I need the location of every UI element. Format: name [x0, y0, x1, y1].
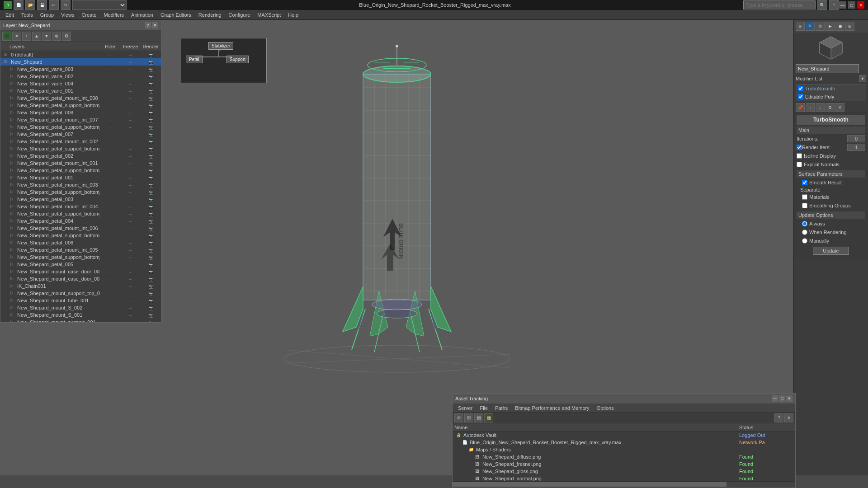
- save-file-btn[interactable]: 💾: [37, 0, 47, 10]
- schematic-node-stabilizer[interactable]: Stabilizer: [208, 42, 233, 50]
- menu-rendering[interactable]: Rendering: [195, 10, 225, 20]
- layer-item-freeze[interactable]: ···: [120, 189, 141, 195]
- layer-item-hide[interactable]: ···: [100, 52, 120, 57]
- asset-tracking-title[interactable]: Asset Tracking — □ ✕: [453, 394, 795, 404]
- explicit-normals-checkbox[interactable]: [797, 162, 802, 167]
- layer-item-render[interactable]: 📷: [141, 66, 161, 72]
- at-btn-3[interactable]: ▤: [474, 413, 483, 422]
- layer-list-item[interactable]: ▷New_Shepard_vane_002······ 📷: [0, 73, 161, 80]
- layer-item-hide[interactable]: ···: [100, 139, 120, 144]
- layer-list-item[interactable]: ▷New_Shepard_petal_004······ 📷: [0, 217, 161, 225]
- layer-item-render[interactable]: 📷: [141, 218, 161, 224]
- layer-item-freeze[interactable]: ···: [120, 269, 141, 274]
- help-btn[interactable]: ?: [829, 0, 839, 10]
- at-menu-file[interactable]: File: [476, 405, 491, 411]
- layer-item-hide[interactable]: ···: [100, 103, 120, 108]
- layer-item-freeze[interactable]: ···: [120, 225, 141, 231]
- layer-list-item[interactable]: ▷New_Shepard_petal_mount_int_003······ 📷: [0, 181, 161, 188]
- layer-item-freeze[interactable]: ···: [120, 160, 141, 166]
- layer-dialog-close-btn[interactable]: ✕: [152, 22, 158, 28]
- layer-item-hide[interactable]: ···: [100, 211, 120, 216]
- layer-item-hide[interactable]: ···: [100, 269, 120, 274]
- at-menu-server[interactable]: Server: [454, 405, 476, 411]
- update-btn[interactable]: Update: [813, 247, 849, 255]
- layer-item-render[interactable]: 📷: [141, 168, 161, 173]
- menu-create[interactable]: Create: [78, 10, 100, 20]
- modifier-turbosm[interactable]: TurboSmooth: [796, 84, 866, 93]
- layer-item-freeze[interactable]: ···: [120, 182, 141, 188]
- layer-select-highlight-btn[interactable]: ⬛: [2, 32, 11, 41]
- layer-item-freeze[interactable]: ···: [120, 298, 141, 303]
- object-name-input[interactable]: [796, 64, 859, 73]
- layer-item-freeze[interactable]: ···: [120, 276, 141, 282]
- layer-item-hide[interactable]: ···: [100, 247, 120, 253]
- layer-item-render[interactable]: 📷: [141, 88, 161, 94]
- layer-item-hide[interactable]: ···: [100, 225, 120, 231]
- layer-item-freeze[interactable]: ···: [120, 131, 141, 137]
- menu-help[interactable]: Help: [284, 10, 302, 20]
- manually-radio[interactable]: [802, 238, 807, 244]
- layer-item-hide[interactable]: ···: [100, 95, 120, 101]
- layer-item-hide[interactable]: ···: [100, 240, 120, 245]
- layer-item-hide[interactable]: ···: [100, 81, 120, 86]
- close-btn[interactable]: ✕: [857, 1, 864, 9]
- layer-list-item[interactable]: ▷New_Shepard_petal_support_bottom_008···…: [0, 102, 161, 109]
- layer-list-item[interactable]: ▷New_Shepard_mount_support_top_001······…: [0, 290, 161, 297]
- layer-list-item[interactable]: ▷New_Shepard_petal_support_bottom_003···…: [0, 188, 161, 196]
- layer-item-freeze[interactable]: ···: [120, 291, 141, 296]
- pin-btn[interactable]: 📌: [796, 103, 805, 112]
- layer-list-item[interactable]: ▷New_Shepard_petal_mount_int_007······ 📷: [0, 116, 161, 123]
- layer-item-hide[interactable]: ···: [100, 319, 120, 322]
- menu-modifiers[interactable]: Modifiers: [100, 10, 127, 20]
- layer-item-hide[interactable]: ···: [100, 88, 120, 94]
- layer-item-render[interactable]: 📷: [141, 225, 161, 231]
- layer-item-freeze[interactable]: ···: [120, 312, 141, 318]
- layer-list-item[interactable]: ▷New_Shepard_mount_support_001······ 📷: [0, 319, 161, 322]
- menu-views[interactable]: Views: [57, 10, 78, 20]
- layer-item-freeze[interactable]: ···: [120, 124, 141, 130]
- layer-item-render[interactable]: 📷: [141, 74, 161, 79]
- at-menu-bitmap[interactable]: Bitmap Performance and Memory: [511, 405, 593, 411]
- layer-item-freeze[interactable]: ···: [120, 153, 141, 159]
- layer-item-render[interactable]: 📷: [141, 139, 161, 144]
- layer-item-freeze[interactable]: ···: [120, 52, 141, 57]
- layer-item-hide[interactable]: ···: [100, 254, 120, 260]
- modify-tab-btn[interactable]: ✎: [806, 22, 815, 31]
- move-up-btn[interactable]: ↑: [806, 103, 815, 112]
- render-iters-checkbox[interactable]: [797, 145, 802, 150]
- hierarchy-tab-btn[interactable]: ⚙: [816, 22, 825, 31]
- layer-list-item[interactable]: ▷New_Shepard_mount_S_002······ 📷: [0, 304, 161, 311]
- layer-item-render[interactable]: 📷: [141, 117, 161, 122]
- layer-item-hide[interactable]: ···: [100, 66, 120, 72]
- layer-item-hide[interactable]: ···: [100, 160, 120, 166]
- layer-item-freeze[interactable]: ···: [120, 81, 141, 86]
- layer-item-hide[interactable]: ···: [100, 175, 120, 180]
- isoline-checkbox[interactable]: [797, 153, 802, 159]
- keyword-search-input[interactable]: [743, 0, 816, 9]
- at-btn-4[interactable]: ▦: [484, 413, 493, 422]
- at-menu-options[interactable]: Options: [593, 405, 618, 411]
- layer-list-item[interactable]: ▷New_Shepard_vane_004······ 📷: [0, 80, 161, 87]
- layer-list-item[interactable]: ▷New_Shepard_petal_support_bottom_001···…: [0, 167, 161, 174]
- layer-item-render[interactable]: 📷: [141, 298, 161, 303]
- layer-list-item[interactable]: ▷New_Shepard_petal_002······ 📷: [0, 152, 161, 160]
- layer-item-freeze[interactable]: ···: [120, 66, 141, 72]
- layer-item-hide[interactable]: ···: [100, 168, 120, 173]
- modifier-editpoly-checkbox[interactable]: [798, 94, 803, 99]
- layer-item-hide[interactable]: ···: [100, 291, 120, 296]
- motion-tab-btn[interactable]: ▶: [826, 22, 835, 31]
- layer-item-hide[interactable]: ···: [100, 74, 120, 79]
- at-list-item[interactable]: 🖼New_Shepard_gloss.pngFound: [453, 468, 795, 475]
- layer-item-render[interactable]: 📷: [141, 269, 161, 274]
- layer-list-item[interactable]: ▷New_Shepard_petal_mount_int_002······ 📷: [0, 138, 161, 145]
- utilities-tab-btn[interactable]: ⊞: [845, 22, 854, 31]
- layer-list-item[interactable]: ▷New_Shepard_petal_005······ 📷: [0, 261, 161, 268]
- at-maximize-btn[interactable]: □: [779, 395, 785, 402]
- layer-item-freeze[interactable]: ···: [120, 168, 141, 173]
- layer-item-freeze[interactable]: ···: [120, 88, 141, 94]
- layer-merge-btn[interactable]: ⊕: [52, 32, 61, 41]
- layer-list-item[interactable]: ▷New_Shepard_petal_support_bottom_006···…: [0, 232, 161, 239]
- layer-item-render[interactable]: 📷: [141, 211, 161, 216]
- layer-item-hide[interactable]: ···: [100, 312, 120, 318]
- layer-item-render[interactable]: 📷: [141, 103, 161, 108]
